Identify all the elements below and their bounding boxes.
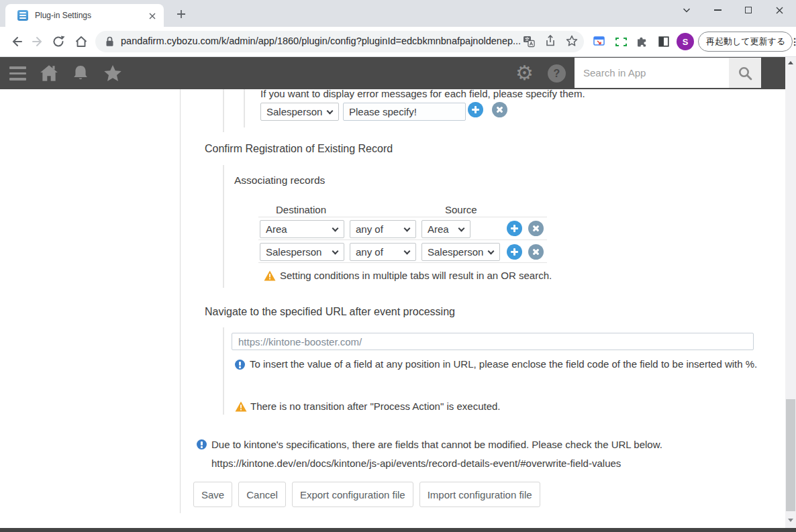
kintone-docs-link[interactable]: https://kintone.dev/en/docs/kintone/js-a… <box>211 458 621 470</box>
update-button-label: 再起動して更新する <box>706 36 785 48</box>
lock-icon[interactable] <box>105 36 114 47</box>
kintone-spec-note-text: Due to kintone's specifications, there a… <box>211 439 662 451</box>
browser-menu-kebab-icon[interactable]: ⋮ <box>790 38 796 45</box>
url-text[interactable]: pandafirm.cybozu.com/k/admin/app/1860/pl… <box>121 36 521 46</box>
plus-icon <box>511 225 518 232</box>
remove-row-button[interactable] <box>492 102 507 117</box>
content-left-divider <box>180 89 181 513</box>
settings-gear-icon[interactable]: ⚙ <box>515 58 534 88</box>
error-message-input[interactable] <box>343 103 466 121</box>
operator-select[interactable]: any of <box>350 243 416 261</box>
destination-field-select[interactable]: Area <box>260 220 344 238</box>
extensions-puzzle-icon[interactable] <box>636 36 648 48</box>
add-row-button[interactable] <box>507 221 522 236</box>
help-icon[interactable]: ? <box>548 64 566 83</box>
section-indent-line <box>223 89 224 132</box>
chevron-down-icon <box>404 248 411 255</box>
close-icon <box>531 223 542 234</box>
source-column-header: Source <box>445 204 477 216</box>
search-magnifier-icon <box>738 66 752 81</box>
browser-tab-strip: Plug-in Settings <box>0 0 796 27</box>
home-button[interactable] <box>74 34 89 49</box>
plus-icon <box>511 248 518 256</box>
profile-avatar[interactable]: S <box>677 33 694 50</box>
search-button[interactable] <box>729 58 761 88</box>
section-indent-line <box>223 165 224 288</box>
browser-update-button[interactable]: 再起動して更新する ⋮ <box>698 32 793 52</box>
page-footer-bar <box>0 528 796 532</box>
operator-select[interactable]: any of <box>350 220 416 238</box>
chevron-down-icon <box>488 248 495 255</box>
chevron-down-icon <box>332 225 339 232</box>
remove-row-button[interactable] <box>528 244 544 260</box>
portal-home-icon[interactable] <box>39 63 59 83</box>
source-field-select[interactable]: Area <box>421 220 470 238</box>
section-indent-line <box>223 327 224 415</box>
info-icon <box>235 360 245 370</box>
scroll-up-arrow-icon[interactable] <box>788 61 793 64</box>
destination-field-select[interactable]: Salesperson <box>260 243 344 261</box>
source-value: Salesperson <box>428 246 483 258</box>
url-field-code-info-text: To insert the value of a field at any po… <box>250 354 758 375</box>
chevron-down-icon <box>458 225 465 232</box>
share-icon[interactable] <box>544 35 556 47</box>
table-divider <box>258 262 547 263</box>
import-configuration-button[interactable]: Import configuration file <box>419 482 540 507</box>
browser-tab[interactable]: Plug-in Settings <box>5 4 164 27</box>
favorites-star-icon[interactable] <box>102 63 123 83</box>
confirm-registration-heading: Confirm Registration of Existing Record <box>205 142 393 155</box>
tab-close-icon[interactable] <box>146 10 158 22</box>
window-close-button[interactable] <box>764 0 795 20</box>
new-tab-button[interactable] <box>173 6 189 22</box>
cancel-button[interactable]: Cancel <box>238 482 286 507</box>
window-minimize-button[interactable] <box>702 0 733 20</box>
reload-button[interactable] <box>51 34 66 49</box>
error-messages-description: If you want to display error messages fo… <box>260 88 585 100</box>
hamburger-menu-icon[interactable] <box>9 66 26 81</box>
app-search-input[interactable] <box>575 58 729 88</box>
operator-value: any of <box>356 223 383 235</box>
window-maximize-button[interactable] <box>733 0 764 20</box>
destination-value: Area <box>266 223 287 235</box>
process-action-warning-text: There is no transition after "Process Ac… <box>250 401 501 413</box>
back-button[interactable] <box>9 34 23 49</box>
scrollbar-thumb[interactable] <box>786 399 795 511</box>
window-chevron-down-icon[interactable] <box>671 0 702 20</box>
table-divider <box>258 217 547 217</box>
chevron-down-icon <box>332 248 339 255</box>
extension-window-icon[interactable] <box>593 36 605 47</box>
bookmark-star-icon[interactable] <box>565 34 579 48</box>
tab-title: Plug-in Settings <box>35 11 91 20</box>
forward-button[interactable] <box>31 34 46 49</box>
error-field-select[interactable]: Salesperson <box>260 103 339 121</box>
vertical-scrollbar[interactable] <box>785 57 796 528</box>
scroll-down-arrow-icon[interactable] <box>788 519 793 522</box>
table-divider <box>258 240 547 240</box>
destination-column-header: Destination <box>276 204 326 216</box>
operator-value: any of <box>356 246 383 258</box>
remove-row-button[interactable] <box>528 221 544 236</box>
warning-icon <box>264 270 276 281</box>
subsection-indent-line <box>244 89 245 127</box>
navigate-url-input[interactable] <box>232 333 754 350</box>
extension-capture-icon[interactable] <box>615 38 627 46</box>
add-row-button[interactable] <box>468 102 483 117</box>
source-field-select[interactable]: Salesperson <box>421 243 500 261</box>
chevron-down-icon <box>327 108 334 115</box>
translate-icon[interactable] <box>523 36 535 48</box>
export-configuration-button[interactable]: Export configuration file <box>292 482 413 507</box>
chevron-down-icon <box>404 225 411 232</box>
plus-icon <box>472 106 479 113</box>
add-row-button[interactable] <box>507 244 522 260</box>
browser-toolbar: pandafirm.cybozu.com/k/admin/app/1860/pl… <box>0 27 796 57</box>
info-icon <box>197 439 207 449</box>
save-button[interactable]: Save <box>193 482 232 507</box>
associating-records-heading: Associating records <box>234 174 325 187</box>
or-search-warning-text: Setting conditions in multiple tabs will… <box>280 270 552 282</box>
notifications-bell-icon[interactable] <box>71 63 90 83</box>
browser-window: Plug-in Settings <box>0 0 796 532</box>
extension-halftone-icon[interactable] <box>658 36 669 47</box>
close-icon <box>495 105 505 115</box>
navigate-url-heading: Navigate to the specified URL after even… <box>205 305 455 318</box>
error-field-select-value: Salesperson <box>266 106 322 117</box>
